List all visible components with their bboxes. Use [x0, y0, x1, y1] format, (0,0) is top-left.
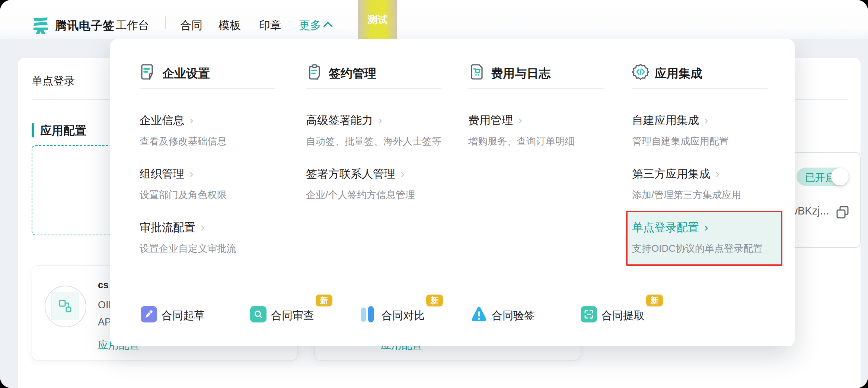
menu-item-desc: 企业/个人签约方信息管理	[306, 188, 415, 201]
scan-icon	[581, 306, 597, 322]
linked-apps-icon	[51, 292, 79, 320]
column-divider	[632, 88, 768, 89]
nav-separator	[165, 16, 166, 29]
menu-item-billing[interactable]: 费用管理›	[468, 113, 522, 128]
quick-action-verify[interactable]: 合同验签	[492, 308, 535, 323]
chevron-right-icon: ›	[715, 167, 719, 180]
new-badge: 新	[316, 295, 332, 306]
menu-column-title: 签约管理	[329, 66, 376, 82]
menu-item-desc: 查看及修改基础信息	[140, 135, 227, 148]
toggle-label: 已开启	[805, 171, 835, 184]
chevron-right-icon: ›	[401, 167, 405, 180]
menu-item-desc: 添加/管理第三方集成应用	[632, 188, 741, 201]
menu-item-self-built-integration[interactable]: 自建应用集成›	[632, 113, 708, 128]
clipboard-sign-icon	[306, 63, 323, 82]
menu-item-company-info[interactable]: 企业信息›	[140, 113, 194, 128]
menu-column-title: 企业设置	[162, 66, 210, 82]
menu-column-title: 应用集成	[655, 66, 702, 82]
compare-icon	[361, 306, 374, 322]
nav-item-contracts[interactable]: 合同	[180, 18, 202, 33]
column-divider	[306, 88, 441, 89]
menu-item-signer-contacts[interactable]: 签署方联系人管理›	[306, 166, 405, 182]
nav-item-templates[interactable]: 模板	[218, 18, 241, 33]
menu-item-approval-flow[interactable]: 审批流配置›	[140, 220, 205, 235]
menu-item-desc: 增购服务、查询订单明细	[468, 135, 575, 148]
test-env-ribbon: 测试	[358, 0, 397, 39]
page-title: 单点登录	[32, 74, 75, 89]
billing-cart-icon	[468, 63, 485, 82]
quick-action-review[interactable]: 合同审查	[271, 308, 314, 323]
menu-column-title: 费用与日志	[491, 66, 551, 82]
menu-item-desc: 支持OIDC协议的单点登录配置	[632, 242, 763, 255]
nav-item-more[interactable]: 更多	[299, 18, 321, 33]
sso-config-highlight-box	[626, 211, 782, 266]
chevron-right-icon: ›	[189, 113, 194, 127]
search-icon	[250, 306, 267, 322]
menu-item-sso-config[interactable]: 单点登录配置›	[632, 220, 708, 235]
chevron-right-icon: ›	[704, 113, 708, 127]
nav-item-seals[interactable]: 印章	[259, 18, 281, 33]
menu-item-org-management[interactable]: 组织管理›	[140, 166, 194, 182]
chevron-right-icon: ›	[378, 113, 382, 127]
menu-item-third-party-integration[interactable]: 第三方应用集成›	[632, 166, 719, 182]
menu-bottom-divider	[140, 286, 769, 286]
menu-item-desc: 自动签、批量签、海外人士签等	[306, 135, 441, 148]
warning-icon	[470, 305, 488, 325]
toggle-knob[interactable]	[831, 168, 849, 185]
code-badge-icon	[632, 63, 649, 82]
column-divider	[140, 88, 275, 89]
pen-icon	[141, 306, 157, 322]
chevron-right-icon: ›	[189, 167, 194, 180]
new-badge: 新	[646, 295, 663, 306]
new-badge: 新	[426, 295, 443, 306]
menu-item-desc: 设置部门及角色权限	[140, 188, 227, 201]
quick-action-compare[interactable]: 合同对比	[382, 308, 425, 323]
chevron-right-icon: ›	[518, 113, 522, 127]
quick-action-extract[interactable]: 合同提取	[601, 308, 645, 323]
app-window: 单点登录 应用配置 已开启 OswBKzj... cs OID AP 应用配置 …	[0, 0, 868, 388]
test-env-label: 测试	[368, 13, 388, 26]
section-accent-bar	[32, 123, 34, 137]
app-id-text: AP	[98, 317, 111, 328]
document-settings-icon	[140, 63, 157, 82]
chevron-right-icon: ›	[704, 220, 708, 234]
menu-item-advanced-sign[interactable]: 高级签署能力›	[306, 113, 382, 128]
copy-icon[interactable]	[836, 206, 850, 221]
menu-item-desc: 管理自建集成应用配置	[632, 135, 729, 148]
column-divider	[468, 88, 604, 89]
tencent-esign-logo-icon	[31, 16, 50, 36]
brand-name: 腾讯电子签	[55, 18, 115, 34]
section-title: 应用配置	[40, 123, 86, 139]
app-name: cs	[98, 279, 109, 291]
quick-action-draft[interactable]: 合同起草	[162, 308, 205, 323]
nav-item-workbench[interactable]: 工作台	[116, 18, 149, 33]
menu-item-desc: 设置企业自定义审批流	[140, 242, 236, 255]
chevron-right-icon: ›	[201, 220, 205, 234]
